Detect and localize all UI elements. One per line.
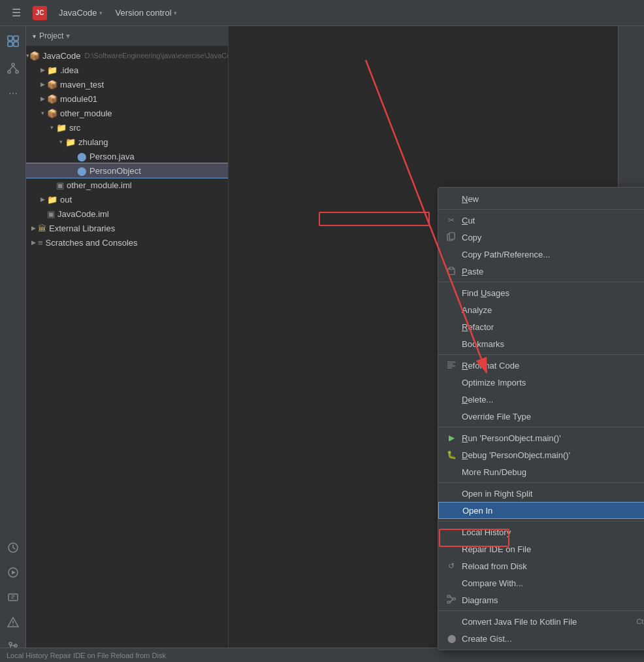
menu-javacode[interactable]: JavaCode ▾	[54, 6, 108, 20]
history-icon[interactable]	[3, 538, 23, 557]
separator	[438, 209, 644, 210]
separator	[438, 427, 644, 427]
svg-rect-2	[8, 42, 12, 46]
svg-marker-11	[12, 571, 16, 574]
cm-find-usages[interactable]: Find Usages Alt+F7	[438, 284, 644, 301]
gist-icon: ⬤	[446, 634, 457, 643]
cm-reload-disk[interactable]: ↺ Reload from Disk	[438, 557, 644, 574]
more-tools-button[interactable]: ⋯	[3, 84, 23, 103]
tree-item-other-module-iml[interactable]: ▣ other_module.iml	[26, 178, 228, 192]
warning-icon[interactable]	[3, 612, 23, 632]
java-file-icon: ⬤	[77, 166, 87, 176]
cm-delete[interactable]: Delete... Delete	[438, 391, 644, 408]
left-icon-sidebar: ⋯	[0, 26, 26, 662]
cm-local-history[interactable]: Local History ▶	[438, 523, 644, 540]
person-object-highlight	[319, 212, 430, 226]
cm-cut[interactable]: ✂ Cut Ctrl+X	[438, 212, 644, 229]
structure-button[interactable]	[3, 59, 23, 78]
tree-item-external-libraries[interactable]: ▶ 🏛 External Libraries	[26, 221, 228, 235]
cut-icon: ✂	[446, 216, 457, 225]
chevron-right-icon: ▶	[29, 239, 38, 246]
chevron-down-icon: ▾	[99, 10, 103, 16]
tree-item-module01[interactable]: ▶ 📦 module01	[26, 91, 228, 106]
project-view-button[interactable]	[3, 31, 23, 51]
cm-open-in[interactable]: Open In ▶	[438, 502, 644, 519]
chevron-right-icon: ▶	[38, 196, 47, 203]
top-menu: JavaCode ▾ Version control ▾	[54, 6, 182, 20]
app-logo: JC	[33, 6, 47, 20]
tree-item-out[interactable]: ▶ 📁 out	[26, 192, 228, 207]
cm-open-right-split[interactable]: Open in Right Split Shift+Enter	[438, 485, 644, 502]
cm-optimize-imports[interactable]: Optimize Imports Ctrl+Alt+O	[438, 374, 644, 391]
chevron-right-icon: ▶	[38, 81, 47, 88]
project-panel: ▾ Project ▾ ▾ 📦 JavaCode D:\SoftwareEngi…	[26, 26, 229, 662]
cm-new[interactable]: New ▶	[438, 190, 644, 207]
chevron-right-icon: ▶	[29, 225, 38, 231]
svg-line-8	[13, 66, 17, 71]
cm-bookmarks[interactable]: Bookmarks ▶	[438, 335, 644, 352]
hamburger-button[interactable]: ☰	[7, 3, 26, 23]
cm-convert-kotlin[interactable]: Convert Java File to Kotlin File Ctrl+Al…	[438, 613, 644, 630]
menu-version-control[interactable]: Version control ▾	[110, 6, 182, 20]
tree-item-src[interactable]: ▾ 📁 src	[26, 120, 228, 135]
separator	[438, 610, 644, 611]
svg-rect-12	[8, 594, 18, 601]
module-icon: 📦	[47, 94, 57, 104]
separator	[438, 482, 644, 483]
cm-more-run[interactable]: More Run/Debug ▶	[438, 463, 644, 480]
chevron-down-icon: ▾	[56, 139, 65, 145]
chevron-down-icon: ▾	[33, 33, 36, 40]
module-icon: 📦	[47, 108, 57, 118]
cm-override-file-type[interactable]: Override File Type	[438, 408, 644, 425]
cm-diagrams[interactable]: Diagrams ▶	[438, 591, 644, 608]
svg-rect-3	[14, 42, 18, 46]
separator	[438, 521, 644, 521]
tree-item-idea[interactable]: ▶ 📁 .idea	[26, 63, 228, 77]
folder-icon: 📁	[65, 137, 76, 147]
folder-icon: 📁	[47, 65, 57, 75]
separator	[438, 354, 644, 355]
copy-icon	[446, 232, 457, 243]
java-file-icon: ⬤	[77, 152, 87, 161]
svg-rect-1	[14, 36, 18, 41]
tree-item-other-module[interactable]: ▾ 📦 other_module	[26, 106, 228, 120]
svg-rect-0	[8, 36, 12, 41]
scratch-icon: ≡	[38, 238, 43, 248]
svg-point-18	[9, 642, 12, 645]
cm-debug[interactable]: 🐛 Debug 'PersonObject.main()'	[438, 446, 644, 463]
tree-item-javacode-iml[interactable]: ▣ JavaCode.iml	[26, 207, 228, 221]
cm-copy[interactable]: Copy Ctrl+C	[438, 229, 644, 246]
commit-icon[interactable]	[3, 588, 23, 607]
folder-icon: 📁	[47, 195, 57, 205]
cm-create-gist[interactable]: ⬤ Create Gist...	[438, 630, 644, 647]
cm-compare-with[interactable]: Compare With... Ctrl+D	[438, 574, 644, 591]
cm-paste[interactable]: Paste Ctrl+V	[438, 263, 644, 280]
cm-refactor[interactable]: Refactor ▶	[438, 318, 644, 335]
iml-icon: ▣	[47, 209, 55, 219]
chevron-down-icon: ▾	[38, 110, 47, 116]
reload-icon: ↺	[446, 561, 457, 571]
main-content-area: New ▶ ✂ Cut Ctrl+X Copy	[229, 26, 644, 662]
project-tree: ▾ 📦 JavaCode D:\SoftwareEngineering\java…	[26, 46, 228, 662]
run-icon[interactable]	[3, 563, 23, 582]
cm-repair-ide[interactable]: Repair IDE on File	[438, 540, 644, 557]
panel-header[interactable]: ▾ Project ▾	[26, 26, 228, 46]
cm-run[interactable]: ▶ Run 'PersonObject.main()' Alt+R	[438, 429, 644, 446]
cm-reformat-code[interactable]: Reformat Code Ctrl+Alt+L	[438, 357, 644, 374]
chevron-down-icon: ▾	[47, 124, 56, 131]
svg-rect-31	[453, 598, 455, 600]
cm-copy-path[interactable]: Copy Path/Reference...	[438, 246, 644, 263]
module-icon: 📦	[29, 51, 40, 61]
main-layout: ⋯ ▾ Project ▾ ▾ 📦	[0, 26, 644, 662]
tree-item-maven-test[interactable]: ▶ 📦 maven_test	[26, 77, 228, 91]
diagrams-icon	[446, 595, 457, 606]
paste-icon	[446, 266, 457, 277]
folder-icon: 📁	[56, 123, 67, 133]
tree-item-person-object[interactable]: ⬤ PersonObject	[26, 163, 228, 178]
tree-item-scratches[interactable]: ▶ ≡ Scratches and Consoles	[26, 235, 228, 250]
tree-item-person-java[interactable]: ⬤ Person.java	[26, 149, 228, 163]
svg-rect-23	[449, 233, 455, 239]
tree-item-zhulang[interactable]: ▾ 📁 zhulang	[26, 135, 228, 149]
tree-item-javacode[interactable]: ▾ 📦 JavaCode D:\SoftwareEngineering\java…	[26, 48, 228, 63]
cm-analyze[interactable]: Analyze ▶	[438, 301, 644, 318]
